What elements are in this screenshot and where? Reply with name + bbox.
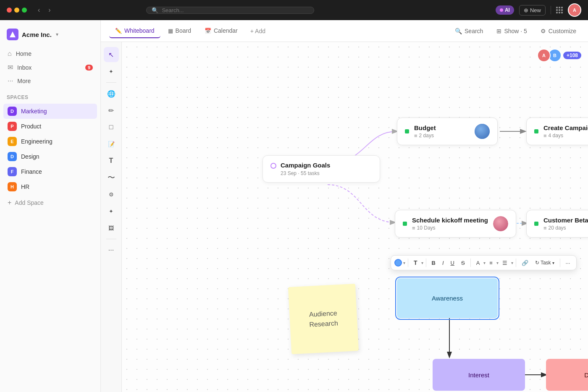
gear-icon: ⚙ <box>541 28 546 34</box>
font-size-button[interactable]: T <box>411 257 420 268</box>
font-chevron[interactable]: ▾ <box>421 261 423 265</box>
effects-tool[interactable]: ✦ <box>104 204 119 219</box>
space-label: HR <box>21 183 29 190</box>
align-chevron[interactable]: ▾ <box>496 261 499 265</box>
toolbar-divider-2 <box>106 239 116 239</box>
color-picker[interactable] <box>394 259 402 267</box>
freehand-tool[interactable]: 〜 <box>104 170 119 185</box>
spaces-header: Spaces <box>0 88 100 104</box>
interest-shape[interactable]: Interest <box>433 359 525 391</box>
new-button[interactable]: ⊕ New <box>519 5 546 16</box>
nav-controls: ‹ › <box>35 5 53 15</box>
campaign-goals-card[interactable]: Campaign Goals 23 Sep · 55 tasks <box>262 155 380 183</box>
add-tab-label: + Add <box>250 28 265 34</box>
sticky-note[interactable]: Audience Research <box>288 284 359 354</box>
campaign-goals-meta: 23 Sep · 55 tasks <box>281 170 330 176</box>
toolbar-divider <box>516 259 516 267</box>
sidebar-item-design[interactable]: D Design <box>3 149 97 164</box>
search-icon: 🔍 <box>152 7 158 13</box>
sidebar-header[interactable]: Acme Inc. ▾ <box>0 25 100 47</box>
tab-label: Calendar <box>214 27 238 34</box>
list-button[interactable]: ☰ <box>499 258 510 268</box>
tab-board[interactable]: ▦ Board <box>162 24 197 38</box>
schedule-kickoff-card[interactable]: Schedule kickoff meeting ≡ 10 Days <box>395 210 516 238</box>
customer-beta-title: Customer Beta <box>543 217 588 224</box>
decision-shape[interactable]: Decision <box>546 359 588 391</box>
global-search-input[interactable] <box>162 7 309 13</box>
task-chevron[interactable]: ▾ <box>552 261 554 265</box>
sidebar-item-product[interactable]: P Product <box>3 119 97 134</box>
customer-beta-status-dot <box>534 222 538 226</box>
sidebar-item-finance[interactable]: F Finance <box>3 164 97 179</box>
toolbar-panel: ↖ ✦ 🌐 ✏ □ 📝 T 〜 ⚙ ✦ 🖼 ··· <box>101 42 122 392</box>
whiteboard-canvas[interactable]: A B +108 Campaign Goals 23 Sep · 55 task… <box>122 42 588 392</box>
interest-label: Interest <box>468 371 489 379</box>
tab-calendar[interactable]: 📅 Calendar <box>199 24 244 38</box>
space-dot-product: P <box>8 122 17 131</box>
globe-tool[interactable]: 🌐 <box>104 86 119 101</box>
sidebar-item-inbox[interactable]: ✉ Inbox 9 <box>3 60 97 74</box>
main-layout: Acme Inc. ▾ ⌂ Home ✉ Inbox 9 ··· More Sp… <box>0 20 588 392</box>
connectors-tool[interactable]: ⚙ <box>104 187 119 202</box>
user-avatar-titlebar[interactable]: A <box>568 3 581 17</box>
content-area: ✏️ Whiteboard ▦ Board 📅 Calendar + Add 🔍… <box>101 20 588 392</box>
sidebar-item-home[interactable]: ⌂ Home <box>3 47 97 60</box>
toolbar-divider <box>106 82 116 83</box>
more-options-button[interactable]: ··· <box>563 258 573 268</box>
magic-tool[interactable]: ✦ <box>104 64 119 79</box>
sidebar-item-more[interactable]: ··· More <box>3 74 97 88</box>
search-button[interactable]: 🔍 Search <box>452 25 486 37</box>
space-label: Finance <box>21 168 42 175</box>
calendar-tab-icon: 📅 <box>205 28 211 34</box>
bold-button[interactable]: B <box>429 258 438 268</box>
plus-icon: + <box>8 199 11 206</box>
budget-card[interactable]: Budget ≡ 2 days <box>397 118 498 145</box>
toolbar-divider <box>470 259 471 267</box>
tab-whiteboard[interactable]: ✏️ Whiteboard <box>109 24 160 38</box>
global-search-bar[interactable]: 🔍 <box>146 7 314 14</box>
more-tools[interactable]: ··· <box>104 243 119 258</box>
schedule-meta: ≡ 10 Days <box>412 225 488 231</box>
italic-button[interactable]: I <box>439 258 447 268</box>
add-tab-button[interactable]: + Add <box>245 24 270 38</box>
collaborators: A B +108 <box>540 49 581 62</box>
sidebar-item-hr[interactable]: H HR <box>3 179 97 194</box>
create-campaign-card[interactable]: Create Campaign ≡ 4 days <box>526 118 588 145</box>
minimize-dot[interactable] <box>14 8 19 13</box>
list-chevron[interactable]: ▾ <box>511 261 513 265</box>
task-convert-button[interactable]: ↻ Task ▾ <box>532 258 557 268</box>
align-button[interactable]: ≡ <box>486 258 496 268</box>
maximize-dot[interactable] <box>22 8 27 13</box>
text-color-button[interactable]: A <box>473 258 483 268</box>
shape-tool[interactable]: □ <box>104 120 119 135</box>
underline-button[interactable]: U <box>448 258 457 268</box>
select-tool[interactable]: ↖ <box>104 47 119 62</box>
show-button[interactable]: ⊞ Show · 5 <box>493 25 530 37</box>
back-button[interactable]: ‹ <box>35 5 42 15</box>
note-tool[interactable]: 📝 <box>104 136 119 152</box>
schedule-avatar <box>493 216 508 231</box>
sidebar-item-marketing[interactable]: D Marketing <box>3 104 97 119</box>
add-space-button[interactable]: + Add Space <box>0 196 100 209</box>
titlebar: ‹ › 🔍 AI ⊕ New A <box>0 0 588 20</box>
space-dot-marketing: D <box>8 107 17 116</box>
grid-menu-icon[interactable] <box>556 7 563 13</box>
awareness-shape[interactable]: Awareness <box>397 278 498 318</box>
forward-button[interactable]: › <box>46 5 53 15</box>
image-tool[interactable]: 🖼 <box>104 220 119 235</box>
budget-status-dot <box>405 129 409 133</box>
close-dot[interactable] <box>7 8 12 13</box>
customer-beta-days: 20 days <box>549 225 566 231</box>
link-button[interactable]: 🔗 <box>519 258 531 268</box>
schedule-days: 10 Days <box>417 225 436 231</box>
sidebar-item-engineering[interactable]: E Engineering <box>3 134 97 149</box>
color-chevron[interactable]: ▾ <box>403 261 405 265</box>
pen-tool[interactable]: ✏ <box>104 103 119 118</box>
ai-badge[interactable]: AI <box>496 5 514 15</box>
text-tool[interactable]: T <box>104 153 119 168</box>
customer-beta-card[interactable]: Customer Beta ≡ 20 days <box>526 210 588 238</box>
customize-button[interactable]: ⚙ Customize <box>537 25 580 37</box>
strikethrough-button[interactable]: S <box>458 258 468 268</box>
text-color-chevron[interactable]: ▾ <box>483 261 486 265</box>
home-icon: ⌂ <box>8 50 12 57</box>
